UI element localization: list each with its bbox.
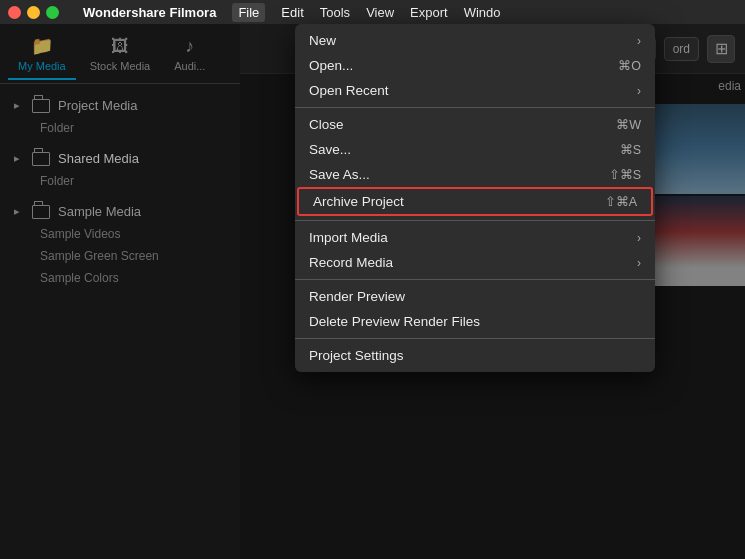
menu-new-label: New xyxy=(309,33,627,48)
menu-open-shortcut: ⌘O xyxy=(618,58,641,73)
menu-item-import-media[interactable]: Import Media › xyxy=(295,225,655,250)
menu-save-shortcut: ⌘S xyxy=(620,142,641,157)
menu-render-label: Render Preview xyxy=(309,289,641,304)
maximize-button[interactable] xyxy=(46,6,59,19)
menu-item-save[interactable]: Save... ⌘S xyxy=(295,137,655,162)
menu-item-delete-preview[interactable]: Delete Preview Render Files xyxy=(295,309,655,334)
menu-save-as-shortcut: ⇧⌘S xyxy=(609,167,641,182)
menu-tools[interactable]: Tools xyxy=(320,5,350,20)
menu-item-close[interactable]: Close ⌘W xyxy=(295,112,655,137)
menu-archive-shortcut: ⇧⌘A xyxy=(605,194,637,209)
menu-close-shortcut: ⌘W xyxy=(616,117,641,132)
traffic-lights xyxy=(8,6,59,19)
menu-record-arrow: › xyxy=(637,256,641,270)
menu-item-render-preview[interactable]: Render Preview xyxy=(295,284,655,309)
menu-item-save-as[interactable]: Save As... ⇧⌘S xyxy=(295,162,655,187)
menu-open-recent-arrow: › xyxy=(637,84,641,98)
menu-item-open-recent[interactable]: Open Recent › xyxy=(295,78,655,103)
menu-item-open[interactable]: Open... ⌘O xyxy=(295,53,655,78)
menu-item-archive-project[interactable]: Archive Project ⇧⌘A xyxy=(297,187,653,216)
menu-import-arrow: › xyxy=(637,231,641,245)
menu-item-record-media[interactable]: Record Media › xyxy=(295,250,655,275)
menu-file[interactable]: File xyxy=(232,3,265,22)
menu-export[interactable]: Export xyxy=(410,5,448,20)
menu-delete-preview-label: Delete Preview Render Files xyxy=(309,314,641,329)
menu-save-as-label: Save As... xyxy=(309,167,589,182)
menu-open-recent-label: Open Recent xyxy=(309,83,627,98)
menu-item-project-settings[interactable]: Project Settings xyxy=(295,343,655,368)
menu-close-label: Close xyxy=(309,117,596,132)
separator-1 xyxy=(295,107,655,108)
menu-open-label: Open... xyxy=(309,58,598,73)
minimize-button[interactable] xyxy=(27,6,40,19)
menubar: Wondershare Filmora File Edit Tools View… xyxy=(0,0,745,24)
menu-archive-label: Archive Project xyxy=(313,194,585,209)
separator-3 xyxy=(295,279,655,280)
close-button[interactable] xyxy=(8,6,21,19)
menu-item-new[interactable]: New › xyxy=(295,28,655,53)
separator-2 xyxy=(295,220,655,221)
separator-4 xyxy=(295,338,655,339)
menu-project-settings-label: Project Settings xyxy=(309,348,641,363)
menu-new-arrow: › xyxy=(637,34,641,48)
app-name: Wondershare Filmora xyxy=(83,5,216,20)
menu-import-label: Import Media xyxy=(309,230,627,245)
menu-record-label: Record Media xyxy=(309,255,627,270)
menu-view[interactable]: View xyxy=(366,5,394,20)
menu-windo[interactable]: Windo xyxy=(464,5,501,20)
file-dropdown-menu: New › Open... ⌘O Open Recent › Close ⌘W … xyxy=(295,24,655,372)
menu-save-label: Save... xyxy=(309,142,600,157)
menu-edit[interactable]: Edit xyxy=(281,5,303,20)
